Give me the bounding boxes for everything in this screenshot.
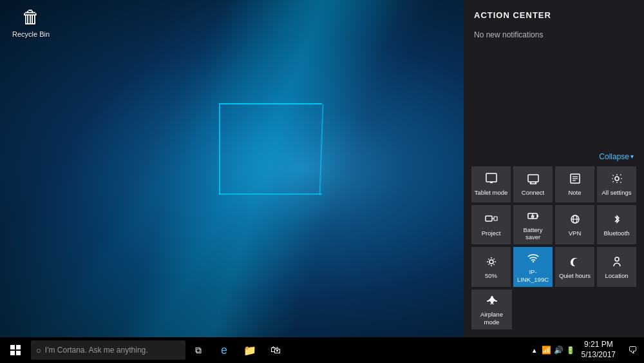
system-clock[interactable]: 9:21 PM 5/13/2017 <box>576 337 621 363</box>
file-explorer-button[interactable]: 📁 <box>237 337 263 363</box>
battery-saver-label: Battery saver <box>516 226 550 241</box>
cortana-placeholder: I'm Cortana. Ask me anything. <box>45 346 148 355</box>
clock-time: 9:21 PM <box>584 340 613 350</box>
quick-action-all-settings[interactable]: All settings <box>597 166 636 202</box>
show-hidden-icons-button[interactable]: ▲ <box>529 347 540 354</box>
quick-action-quiet-hours[interactable]: Quiet hours <box>555 247 594 287</box>
note-label: Note <box>568 189 581 196</box>
quick-action-wifi[interactable]: IP-LINK_199C <box>513 247 553 287</box>
battery-saver-icon <box>527 210 540 224</box>
collapse-label: Collapse <box>599 152 629 161</box>
quick-action-bluetooth[interactable]: Bluetooth <box>597 205 636 245</box>
svg-line-27 <box>488 259 489 259</box>
bluetooth-icon <box>611 213 623 227</box>
svg-rect-0 <box>486 173 497 182</box>
network-tray-icon[interactable]: 📶 <box>540 346 553 355</box>
airplane-mode-icon <box>486 295 498 308</box>
file-explorer-icon: 📁 <box>243 344 256 357</box>
taskbar: ○ I'm Cortana. Ask me anything. ⧉ e 📁 🛍 … <box>0 337 644 363</box>
system-tray: ▲ 📶 🔊 🔋 9:21 PM 5/13/2017 🗨 <box>529 337 644 363</box>
desktop <box>0 0 464 337</box>
quick-action-brightness[interactable]: 50% <box>471 247 511 287</box>
quick-action-location[interactable]: Location <box>597 247 636 287</box>
svg-rect-11 <box>486 216 492 221</box>
svg-rect-1 <box>490 182 493 183</box>
svg-rect-15 <box>537 215 538 217</box>
action-center-header: ACTION CENTER <box>464 0 644 25</box>
location-icon <box>611 256 623 270</box>
quick-action-project[interactable]: Project <box>471 205 511 245</box>
connect-label: Connect <box>522 189 544 196</box>
edge-browser-button[interactable]: e <box>211 337 237 363</box>
windows-logo-icon <box>10 345 21 355</box>
brightness-label: 50% <box>485 272 497 279</box>
quick-action-tablet-mode[interactable]: Tablet mode <box>471 166 511 202</box>
clock-date: 5/13/2017 <box>582 350 616 360</box>
vpn-icon <box>569 213 582 227</box>
no-notifications-text: No new notifications <box>474 30 634 39</box>
action-center-taskbar-icon: 🗨 <box>628 345 637 355</box>
collapse-row: Collapse ▾ <box>471 152 636 166</box>
quiet-hours-icon <box>569 256 582 270</box>
brightness-icon <box>485 256 498 270</box>
bluetooth-label: Bluetooth <box>603 230 629 237</box>
quick-actions-row4: Airplane mode <box>471 289 636 329</box>
tablet-mode-icon <box>485 173 498 186</box>
action-center-panel: ACTION CENTER No new notifications Colla… <box>464 0 644 337</box>
connect-icon <box>527 173 540 186</box>
task-view-button[interactable]: ⧉ <box>185 337 211 363</box>
svg-rect-2 <box>528 175 538 182</box>
svg-point-31 <box>532 261 533 262</box>
project-icon <box>485 213 498 227</box>
store-icon: 🛍 <box>270 344 281 356</box>
quick-actions-area: Collapse ▾ Tablet mode <box>464 147 644 337</box>
airplane-mode-label: Airplane mode <box>474 311 509 326</box>
quiet-hours-label: Quiet hours <box>559 272 591 279</box>
all-settings-label: All settings <box>602 189 632 196</box>
edge-icon: e <box>221 344 227 357</box>
svg-point-32 <box>615 257 619 261</box>
svg-line-28 <box>493 264 494 265</box>
svg-line-30 <box>488 264 489 265</box>
power-tray-icon[interactable]: 🔋 <box>565 346 576 355</box>
quick-action-airplane-mode[interactable]: Airplane mode <box>471 289 512 329</box>
quick-actions-grid: Tablet mode Connect <box>471 166 636 288</box>
cortana-icon: ○ <box>36 346 41 355</box>
action-center-title: ACTION CENTER <box>474 10 634 20</box>
project-label: Project <box>482 230 501 237</box>
cortana-search[interactable]: ○ I'm Cortana. Ask me anything. <box>31 340 185 360</box>
vpn-label: VPN <box>569 230 582 237</box>
note-icon <box>569 173 582 186</box>
svg-rect-12 <box>494 217 497 221</box>
svg-line-29 <box>493 259 494 259</box>
svg-point-22 <box>489 260 493 264</box>
collapse-button[interactable]: Collapse ▾ <box>599 152 634 161</box>
store-button[interactable]: 🛍 <box>263 337 289 363</box>
action-center-taskbar-button[interactable]: 🗨 <box>621 337 644 363</box>
recycle-bin[interactable]: 🗑 Recycle Bin <box>12 6 50 38</box>
svg-point-10 <box>615 177 619 181</box>
quick-action-battery-saver[interactable]: Battery saver <box>513 205 553 245</box>
recycle-bin-icon: 🗑 <box>22 6 40 28</box>
wifi-icon <box>527 252 540 266</box>
tablet-mode-label: Tablet mode <box>475 189 508 196</box>
quick-action-vpn[interactable]: VPN <box>555 205 594 245</box>
recycle-bin-label: Recycle Bin <box>12 30 50 38</box>
settings-icon <box>611 173 623 186</box>
notifications-area: No new notifications <box>464 25 644 147</box>
quick-action-connect[interactable]: Connect <box>513 166 553 202</box>
wifi-label: IP-LINK_199C <box>516 268 550 283</box>
task-view-icon: ⧉ <box>195 345 202 356</box>
quick-action-note[interactable]: Note <box>555 166 594 202</box>
volume-tray-icon[interactable]: 🔊 <box>553 346 565 355</box>
chevron-down-icon: ▾ <box>630 153 634 160</box>
location-label: Location <box>605 272 629 279</box>
start-button[interactable] <box>0 337 31 363</box>
